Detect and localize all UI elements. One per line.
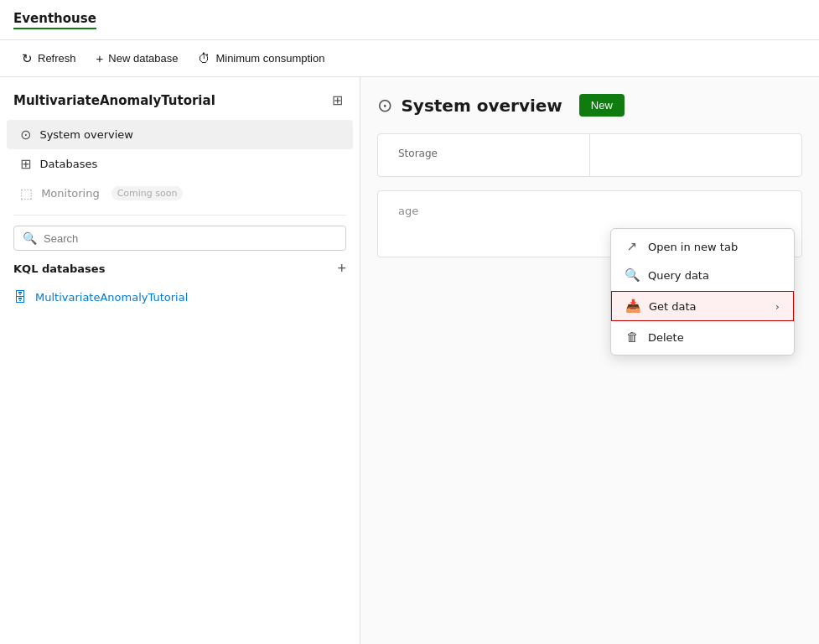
search-input-wrap[interactable]: 🔍 (13, 226, 346, 251)
kql-section-title: KQL databases (13, 262, 105, 275)
storage-label: Storage (398, 148, 569, 159)
sidebar: MultivariateAnomalyTutorial ⊞ ⊙ System o… (0, 77, 360, 644)
databases-icon: ⊞ (20, 156, 31, 172)
ctx-get-data-label: Get data (649, 300, 697, 313)
content-header: ⊙ System overview New (377, 94, 802, 117)
refresh-label: Refresh (38, 52, 76, 65)
database-item[interactable]: 🗄 MultivariateAnomalyTutorial (0, 283, 360, 312)
ctx-get-data[interactable]: 📥 Get data › (611, 291, 794, 321)
sidebar-title: MultivariateAnomalyTutorial (13, 93, 215, 108)
age-text: age (398, 205, 418, 217)
app-header: Eventhouse (0, 0, 819, 40)
content-title: System overview (401, 96, 562, 116)
ctx-delete[interactable]: 🗑 Delete (611, 323, 794, 351)
search-input[interactable] (44, 232, 337, 245)
refresh-button[interactable]: ↻ Refresh (13, 46, 85, 71)
kql-section-header: KQL databases + (0, 257, 360, 283)
minimum-consumption-label: Minimum consumption (215, 52, 324, 65)
search-icon: 🔍 (23, 231, 37, 245)
expand-button[interactable]: ⊞ (329, 91, 346, 110)
main-layout: MultivariateAnomalyTutorial ⊞ ⊙ System o… (0, 77, 819, 644)
sidebar-item-monitoring: ⬚ Monitoring Coming soon (7, 179, 353, 208)
databases-label: Databases (39, 158, 97, 170)
delete-icon: 🗑 (625, 330, 640, 345)
get-data-icon: 📥 (625, 299, 640, 314)
content-header-icon: ⊙ (377, 95, 392, 116)
sidebar-item-system-overview[interactable]: ⊙ System overview (7, 120, 353, 149)
ctx-open-new-tab[interactable]: ↗ Open in new tab (611, 232, 794, 261)
kql-add-icon: + (337, 260, 346, 277)
system-overview-label: System overview (39, 128, 133, 141)
toolbar: ↻ Refresh + New database ⏱ Minimum consu… (0, 40, 819, 77)
partial-age-label: age (378, 191, 801, 231)
app-title: Eventhouse (13, 11, 96, 29)
expand-icon: ⊞ (332, 93, 343, 107)
query-data-icon: 🔍 (625, 267, 640, 283)
info-cell-2 (590, 134, 801, 176)
coming-soon-badge: Coming soon (111, 186, 184, 200)
ctx-query-data[interactable]: 🔍 Query data (611, 261, 794, 289)
new-database-button[interactable]: + New database (88, 46, 187, 70)
monitoring-label: Monitoring (41, 187, 100, 200)
sidebar-divider-1 (13, 215, 346, 216)
kql-add-button[interactable]: + (337, 261, 346, 276)
ctx-open-new-tab-label: Open in new tab (648, 241, 738, 253)
sidebar-item-databases[interactable]: ⊞ Databases (7, 149, 353, 179)
system-overview-icon: ⊙ (20, 127, 31, 143)
get-data-arrow: › (775, 300, 780, 313)
search-container: 🔍 (0, 222, 360, 257)
open-new-tab-icon: ↗ (625, 239, 640, 254)
context-menu: ↗ Open in new tab 🔍 Query data 📥 Get dat… (610, 228, 795, 356)
new-database-label: New database (108, 52, 178, 65)
content-area: ⊙ System overview New Storage age ↗ Open… (360, 77, 819, 644)
info-row: Storage (377, 133, 802, 177)
ctx-query-data-label: Query data (648, 269, 709, 282)
sidebar-header: MultivariateAnomalyTutorial ⊞ (0, 87, 360, 120)
monitoring-icon: ⬚ (20, 185, 33, 201)
new-button[interactable]: New (579, 94, 625, 117)
ctx-delete-label: Delete (648, 331, 684, 344)
db-icon: 🗄 (13, 289, 27, 305)
new-db-icon: + (96, 51, 104, 65)
refresh-icon: ↻ (22, 51, 33, 66)
db-label: MultivariateAnomalyTutorial (35, 291, 188, 304)
storage-cell: Storage (378, 134, 590, 176)
minimum-consumption-button[interactable]: ⏱ Minimum consumption (189, 46, 333, 70)
min-consumption-icon: ⏱ (198, 51, 210, 65)
